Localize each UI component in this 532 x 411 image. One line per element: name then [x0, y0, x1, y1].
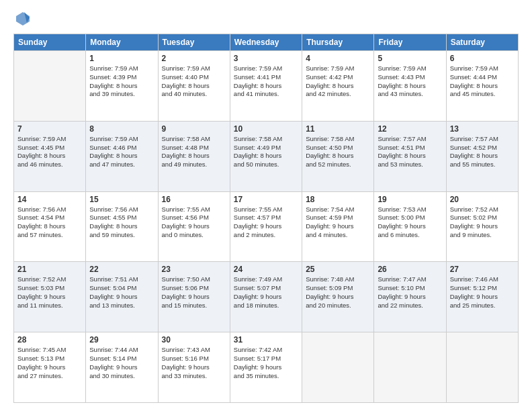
day-number: 15	[89, 195, 154, 204]
day-info: Sunrise: 7:52 AM Sunset: 5:02 PM Dayligh…	[450, 205, 515, 240]
day-number: 31	[234, 335, 298, 345]
day-info: Sunrise: 7:42 AM Sunset: 5:17 PM Dayligh…	[234, 346, 298, 380]
day-cell: 11Sunrise: 7:58 AM Sunset: 4:50 PM Dayli…	[302, 121, 374, 191]
day-info: Sunrise: 7:57 AM Sunset: 4:51 PM Dayligh…	[378, 135, 442, 169]
day-cell: 2Sunrise: 7:59 AM Sunset: 4:40 PM Daylig…	[158, 51, 230, 122]
day-cell: 7Sunrise: 7:59 AM Sunset: 4:45 PM Daylig…	[14, 121, 86, 191]
day-info: Sunrise: 7:44 AM Sunset: 5:14 PM Dayligh…	[89, 346, 154, 380]
day-info: Sunrise: 7:59 AM Sunset: 4:46 PM Dayligh…	[89, 135, 154, 169]
day-number: 30	[162, 335, 226, 345]
header-row: SundayMondayTuesdayWednesdayThursdayFrid…	[14, 34, 519, 51]
day-number: 18	[306, 195, 370, 204]
header-cell-saturday: Saturday	[446, 34, 518, 51]
day-number: 16	[162, 195, 226, 204]
day-number: 5	[378, 54, 442, 63]
day-cell: 4Sunrise: 7:59 AM Sunset: 4:42 PM Daylig…	[302, 51, 374, 122]
day-info: Sunrise: 7:57 AM Sunset: 4:52 PM Dayligh…	[450, 135, 515, 169]
day-info: Sunrise: 7:55 AM Sunset: 4:56 PM Dayligh…	[162, 205, 226, 240]
day-info: Sunrise: 7:46 AM Sunset: 5:12 PM Dayligh…	[450, 275, 515, 310]
day-cell: 20Sunrise: 7:52 AM Sunset: 5:02 PM Dayli…	[446, 191, 518, 262]
day-info: Sunrise: 7:47 AM Sunset: 5:10 PM Dayligh…	[378, 275, 442, 310]
day-cell: 23Sunrise: 7:50 AM Sunset: 5:06 PM Dayli…	[158, 262, 230, 332]
day-number: 6	[450, 54, 515, 63]
day-number: 19	[378, 195, 442, 204]
header-cell-tuesday: Tuesday	[158, 34, 230, 51]
day-cell: 13Sunrise: 7:57 AM Sunset: 4:52 PM Dayli…	[446, 121, 518, 191]
calendar-table: SundayMondayTuesdayWednesdayThursdayFrid…	[13, 34, 519, 403]
week-row-3: 14Sunrise: 7:56 AM Sunset: 4:54 PM Dayli…	[14, 191, 519, 262]
header-cell-sunday: Sunday	[14, 34, 86, 51]
day-cell: 14Sunrise: 7:56 AM Sunset: 4:54 PM Dayli…	[14, 191, 86, 262]
header-cell-thursday: Thursday	[302, 34, 374, 51]
day-info: Sunrise: 7:59 AM Sunset: 4:44 PM Dayligh…	[450, 64, 515, 99]
header	[13, 11, 519, 27]
day-cell	[302, 332, 374, 403]
day-number: 13	[450, 124, 515, 134]
day-number: 28	[17, 335, 82, 345]
day-info: Sunrise: 7:54 AM Sunset: 4:59 PM Dayligh…	[306, 205, 370, 240]
day-cell: 17Sunrise: 7:55 AM Sunset: 4:57 PM Dayli…	[230, 191, 302, 262]
day-info: Sunrise: 7:58 AM Sunset: 4:50 PM Dayligh…	[306, 135, 370, 169]
day-number: 22	[89, 265, 154, 274]
day-cell: 18Sunrise: 7:54 AM Sunset: 4:59 PM Dayli…	[302, 191, 374, 262]
day-number: 20	[450, 195, 515, 204]
day-number: 7	[17, 124, 82, 134]
week-row-5: 28Sunrise: 7:45 AM Sunset: 5:13 PM Dayli…	[14, 332, 519, 403]
day-cell: 30Sunrise: 7:43 AM Sunset: 5:16 PM Dayli…	[158, 332, 230, 403]
week-row-4: 21Sunrise: 7:52 AM Sunset: 5:03 PM Dayli…	[14, 262, 519, 332]
day-cell: 9Sunrise: 7:58 AM Sunset: 4:48 PM Daylig…	[158, 121, 230, 191]
day-number: 29	[89, 335, 154, 345]
day-cell: 19Sunrise: 7:53 AM Sunset: 5:00 PM Dayli…	[374, 191, 446, 262]
day-cell: 29Sunrise: 7:44 AM Sunset: 5:14 PM Dayli…	[86, 332, 158, 403]
day-cell: 27Sunrise: 7:46 AM Sunset: 5:12 PM Dayli…	[446, 262, 518, 332]
day-info: Sunrise: 7:53 AM Sunset: 5:00 PM Dayligh…	[378, 205, 442, 240]
header-cell-wednesday: Wednesday	[230, 34, 302, 51]
day-cell: 26Sunrise: 7:47 AM Sunset: 5:10 PM Dayli…	[374, 262, 446, 332]
day-cell: 21Sunrise: 7:52 AM Sunset: 5:03 PM Dayli…	[14, 262, 86, 332]
day-info: Sunrise: 7:49 AM Sunset: 5:07 PM Dayligh…	[234, 275, 298, 310]
day-number: 9	[162, 124, 226, 134]
day-number: 14	[17, 195, 82, 204]
day-info: Sunrise: 7:51 AM Sunset: 5:04 PM Dayligh…	[89, 275, 154, 310]
day-info: Sunrise: 7:59 AM Sunset: 4:43 PM Dayligh…	[378, 64, 442, 99]
day-cell: 8Sunrise: 7:59 AM Sunset: 4:46 PM Daylig…	[86, 121, 158, 191]
day-number: 17	[234, 195, 298, 204]
day-info: Sunrise: 7:59 AM Sunset: 4:42 PM Dayligh…	[306, 64, 370, 99]
day-cell	[14, 51, 86, 122]
day-number: 8	[89, 124, 154, 134]
day-number: 2	[162, 54, 226, 63]
day-info: Sunrise: 7:59 AM Sunset: 4:40 PM Dayligh…	[162, 64, 226, 99]
day-info: Sunrise: 7:56 AM Sunset: 4:55 PM Dayligh…	[89, 205, 154, 240]
day-info: Sunrise: 7:56 AM Sunset: 4:54 PM Dayligh…	[17, 205, 82, 240]
day-info: Sunrise: 7:59 AM Sunset: 4:39 PM Dayligh…	[89, 64, 154, 99]
day-cell: 12Sunrise: 7:57 AM Sunset: 4:51 PM Dayli…	[374, 121, 446, 191]
day-number: 1	[89, 54, 154, 63]
day-info: Sunrise: 7:55 AM Sunset: 4:57 PM Dayligh…	[234, 205, 298, 240]
day-info: Sunrise: 7:50 AM Sunset: 5:06 PM Dayligh…	[162, 275, 226, 310]
day-info: Sunrise: 7:59 AM Sunset: 4:45 PM Dayligh…	[17, 135, 82, 169]
day-cell	[374, 332, 446, 403]
day-info: Sunrise: 7:45 AM Sunset: 5:13 PM Dayligh…	[17, 346, 82, 380]
day-cell: 16Sunrise: 7:55 AM Sunset: 4:56 PM Dayli…	[158, 191, 230, 262]
day-number: 25	[306, 265, 370, 274]
week-row-2: 7Sunrise: 7:59 AM Sunset: 4:45 PM Daylig…	[14, 121, 519, 191]
day-cell: 31Sunrise: 7:42 AM Sunset: 5:17 PM Dayli…	[230, 332, 302, 403]
day-cell: 10Sunrise: 7:58 AM Sunset: 4:49 PM Dayli…	[230, 121, 302, 191]
day-cell: 3Sunrise: 7:59 AM Sunset: 4:41 PM Daylig…	[230, 51, 302, 122]
day-info: Sunrise: 7:52 AM Sunset: 5:03 PM Dayligh…	[17, 275, 82, 310]
day-cell: 1Sunrise: 7:59 AM Sunset: 4:39 PM Daylig…	[86, 51, 158, 122]
day-number: 23	[162, 265, 226, 274]
page: SundayMondayTuesdayWednesdayThursdayFrid…	[0, 0, 532, 411]
header-cell-monday: Monday	[86, 34, 158, 51]
day-number: 24	[234, 265, 298, 274]
day-number: 12	[378, 124, 442, 134]
day-info: Sunrise: 7:43 AM Sunset: 5:16 PM Dayligh…	[162, 346, 226, 380]
day-cell: 28Sunrise: 7:45 AM Sunset: 5:13 PM Dayli…	[14, 332, 86, 403]
day-cell: 25Sunrise: 7:48 AM Sunset: 5:09 PM Dayli…	[302, 262, 374, 332]
day-info: Sunrise: 7:48 AM Sunset: 5:09 PM Dayligh…	[306, 275, 370, 310]
logo-icon	[15, 11, 31, 27]
day-cell: 6Sunrise: 7:59 AM Sunset: 4:44 PM Daylig…	[446, 51, 518, 122]
logo	[13, 11, 31, 27]
day-number: 26	[378, 265, 442, 274]
header-cell-friday: Friday	[374, 34, 446, 51]
